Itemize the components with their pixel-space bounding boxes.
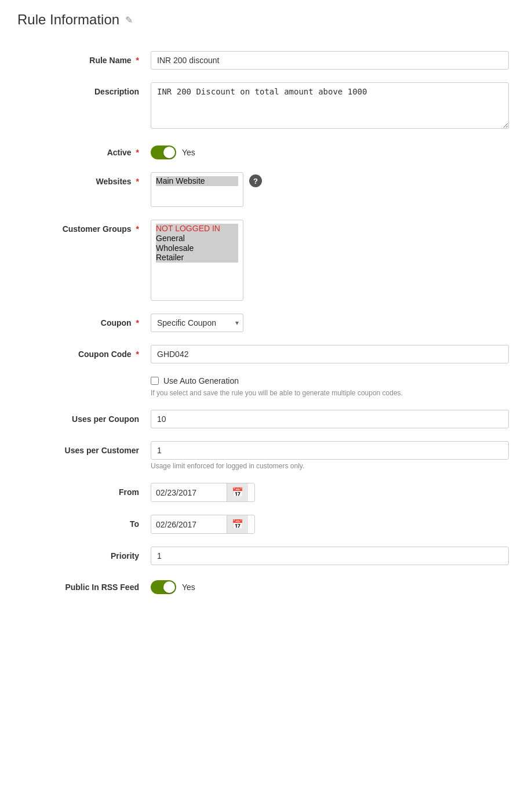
rule-name-label: Rule Name *: [23, 51, 151, 65]
rss-feed-toggle[interactable]: [151, 580, 176, 594]
coupon-control: No Coupon Specific Coupon Auto Coupon: [151, 314, 509, 332]
auto-generation-control: Use Auto Generation If you select and sa…: [151, 376, 509, 397]
rss-feed-toggle-thumb: [163, 581, 175, 593]
coupon-code-input[interactable]: [151, 345, 509, 363]
description-label: Description: [23, 82, 151, 96]
to-calendar-button[interactable]: 📅: [227, 515, 248, 533]
coupon-row: Coupon * No Coupon Specific Coupon Auto …: [17, 314, 515, 332]
customer-groups-control: NOT LOGGED IN General Wholesale Retailer: [151, 220, 509, 301]
page-header: Rule Information ✎: [17, 12, 515, 34]
auto-generation-text: Use Auto Generation: [163, 376, 239, 385]
coupon-code-label: Coupon Code *: [23, 345, 151, 359]
edit-icon[interactable]: ✎: [125, 14, 133, 26]
description-textarea[interactable]: INR 200 Discount on total amount above 1…: [151, 82, 509, 129]
rss-feed-toggle-track: [151, 580, 176, 594]
priority-input[interactable]: [151, 547, 509, 565]
description-row: Description INR 200 Discount on total am…: [17, 82, 515, 130]
description-control: INR 200 Discount on total amount above 1…: [151, 82, 509, 130]
coupon-select-wrapper: No Coupon Specific Coupon Auto Coupon: [151, 314, 243, 332]
websites-row: Websites * Main Website ?: [17, 172, 515, 207]
rule-name-control: [151, 51, 509, 70]
websites-wrap: Main Website ?: [151, 172, 509, 207]
from-date-input[interactable]: [151, 484, 227, 501]
to-control: 📅: [151, 515, 509, 534]
uses-per-coupon-input[interactable]: [151, 410, 509, 428]
rss-feed-toggle-wrap: Yes: [151, 578, 509, 594]
uses-per-coupon-control: [151, 410, 509, 428]
customer-groups-row: Customer Groups * NOT LOGGED IN General …: [17, 220, 515, 301]
uses-per-customer-control: Usage limit enforced for logged in custo…: [151, 441, 509, 470]
priority-row: Priority: [17, 547, 515, 565]
cg-option-general: General: [156, 234, 238, 243]
rule-name-input[interactable]: [151, 51, 509, 70]
active-toggle-track: [151, 145, 176, 159]
active-toggle-wrap: Yes: [151, 143, 509, 159]
auto-generation-row: Use Auto Generation If you select and sa…: [17, 376, 515, 397]
from-control: 📅: [151, 483, 509, 502]
uses-per-customer-hint: Usage limit enforced for logged in custo…: [151, 462, 509, 470]
to-label: To: [23, 515, 151, 529]
website-option-main: Main Website: [156, 176, 238, 186]
priority-label: Priority: [23, 547, 151, 560]
customer-groups-label: Customer Groups *: [23, 220, 151, 234]
page-title: Rule Information: [17, 12, 119, 28]
customer-groups-select[interactable]: NOT LOGGED IN General Wholesale Retailer: [151, 220, 243, 301]
rss-feed-control: Yes: [151, 578, 509, 594]
cg-option-wholesale: Wholesale: [156, 243, 238, 253]
active-row: Active * Yes: [17, 143, 515, 159]
auto-generation-checkbox-wrap: Use Auto Generation: [151, 376, 509, 385]
websites-control: Main Website ?: [151, 172, 509, 207]
cg-option-retailer: Retailer: [156, 253, 238, 263]
websites-help-icon[interactable]: ?: [249, 174, 262, 187]
to-row: To 📅: [17, 515, 515, 534]
uses-per-customer-label: Uses per Customer: [23, 441, 151, 455]
active-toggle-label: Yes: [182, 148, 195, 157]
coupon-label: Coupon *: [23, 314, 151, 327]
to-date-wrap: 📅: [151, 515, 255, 534]
active-toggle[interactable]: [151, 145, 176, 159]
rule-name-row: Rule Name *: [17, 51, 515, 70]
uses-per-customer-input[interactable]: [151, 441, 509, 460]
rss-feed-row: Public In RSS Feed Yes: [17, 578, 515, 594]
rule-information-form: Rule Name * Description INR 200 Discount…: [17, 51, 515, 594]
active-label: Active *: [23, 143, 151, 157]
auto-generation-checkbox[interactable]: [151, 377, 159, 385]
websites-select[interactable]: Main Website: [151, 172, 243, 207]
from-date-wrap: 📅: [151, 483, 255, 502]
from-label: From: [23, 483, 151, 497]
auto-generation-label-empty: [23, 376, 151, 381]
auto-generation-hint: If you select and save the rule you will…: [151, 389, 509, 397]
rss-feed-toggle-label: Yes: [182, 583, 195, 592]
uses-per-coupon-row: Uses per Coupon: [17, 410, 515, 428]
priority-control: [151, 547, 509, 565]
coupon-select[interactable]: No Coupon Specific Coupon Auto Coupon: [151, 314, 243, 332]
coupon-code-control: [151, 345, 509, 363]
from-row: From 📅: [17, 483, 515, 502]
active-control: Yes: [151, 143, 509, 159]
uses-per-coupon-label: Uses per Coupon: [23, 410, 151, 424]
cg-option-not-logged-in: NOT LOGGED IN: [156, 224, 238, 234]
coupon-code-row: Coupon Code *: [17, 345, 515, 363]
active-toggle-thumb: [163, 147, 175, 158]
from-calendar-button[interactable]: 📅: [227, 483, 248, 501]
uses-per-customer-row: Uses per Customer Usage limit enforced f…: [17, 441, 515, 470]
websites-label: Websites *: [23, 172, 151, 186]
rss-feed-label: Public In RSS Feed: [23, 578, 151, 592]
rule-name-required: *: [136, 56, 139, 65]
to-date-input[interactable]: [151, 516, 227, 533]
